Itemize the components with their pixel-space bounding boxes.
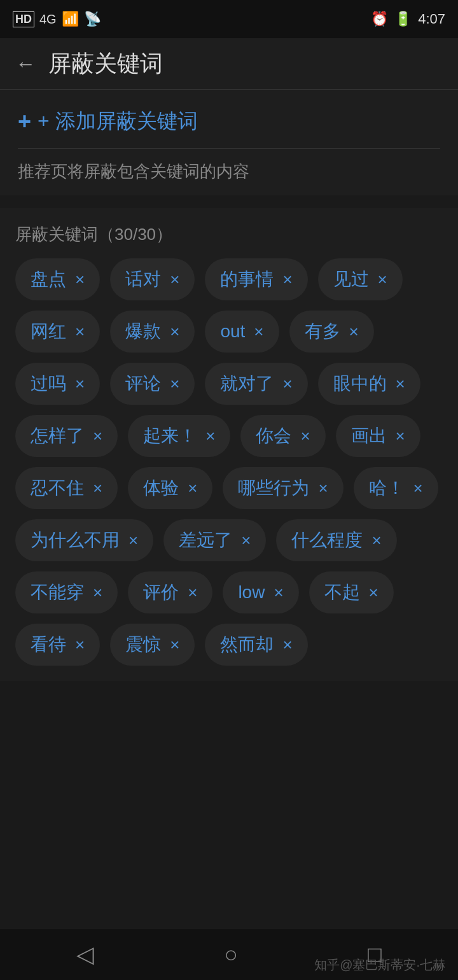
keyword-text: 哪些行为 (238, 476, 309, 500)
keywords-header: 屏蔽关键词（30/30） (15, 223, 443, 246)
keyword-close-icon[interactable]: × (371, 532, 381, 549)
keyword-close-icon[interactable]: × (75, 375, 85, 392)
keyword-close-icon[interactable]: × (170, 375, 179, 392)
watermark: 知乎@塞巴斯蒂安·七赫 (314, 956, 445, 974)
keyword-close-icon[interactable]: × (170, 271, 179, 288)
keyword-close-icon[interactable]: × (188, 584, 197, 601)
keyword-tag[interactable]: 差远了 × (163, 519, 266, 561)
keyword-tag[interactable]: 什么程度 × (276, 519, 396, 561)
keyword-tag[interactable]: 盘点 × (15, 258, 100, 300)
wifi-icon: 📡 (84, 11, 101, 27)
keyword-close-icon[interactable]: × (75, 323, 85, 340)
keyword-tag[interactable]: 的事情 × (205, 258, 307, 300)
keyword-text: 评价 (143, 580, 179, 605)
keyword-close-icon[interactable]: × (369, 584, 378, 601)
back-button[interactable]: ← (15, 52, 36, 76)
keywords-section: 屏蔽关键词（30/30） 盘点 × 话对 × 的事情 × 见过 × 网红 × 爆… (0, 208, 458, 681)
keyword-tag[interactable]: 起来！ × (128, 415, 230, 457)
keyword-text: 不起 (324, 580, 360, 605)
keyword-tag[interactable]: 爆款 × (110, 311, 195, 353)
keyword-text: 你会 (256, 424, 291, 448)
header: ← 屏蔽关键词 (0, 38, 458, 89)
keyword-text: 哈！ (369, 476, 405, 500)
keyword-text: 话对 (125, 267, 161, 291)
keyword-tag[interactable]: 有多 × (289, 311, 374, 353)
keyword-close-icon[interactable]: × (93, 428, 102, 444)
keyword-text: 网红 (31, 319, 66, 344)
keyword-tag[interactable]: 震惊 × (110, 624, 195, 666)
keyword-tag[interactable]: 为什么不用 × (15, 519, 153, 561)
keyword-tag[interactable]: 评论 × (110, 363, 195, 405)
keyword-text: 评论 (125, 372, 161, 396)
keyword-tag[interactable]: 忍不住 × (15, 467, 118, 509)
page-title: 屏蔽关键词 (48, 48, 163, 80)
keyword-text: out (220, 321, 245, 342)
keyword-close-icon[interactable]: × (318, 480, 328, 496)
keyword-tag[interactable]: 哪些行为 × (223, 467, 343, 509)
keyword-close-icon[interactable]: × (349, 323, 359, 340)
keyword-tag[interactable]: 不能穿 × (15, 571, 118, 613)
keyword-close-icon[interactable]: × (75, 271, 85, 288)
add-keyword-label: + 添加屏蔽关键词 (38, 108, 198, 136)
add-keyword-section: + + 添加屏蔽关键词 推荐页将屏蔽包含关键词的内容 (0, 90, 458, 195)
keyword-tag[interactable]: 过吗 × (15, 363, 100, 405)
keyword-text: 忍不住 (31, 476, 84, 500)
keyword-tag[interactable]: 不起 × (309, 571, 394, 613)
keyword-close-icon[interactable]: × (241, 532, 251, 549)
nav-back-button[interactable]: ◁ (76, 941, 94, 968)
status-left-icons: HD 4G 📶 📡 (13, 11, 101, 27)
keyword-tag[interactable]: 网红 × (15, 311, 100, 353)
nav-home-button[interactable]: ○ (224, 941, 238, 968)
keyword-close-icon[interactable]: × (274, 584, 283, 601)
keyword-text: 体验 (143, 476, 179, 500)
keyword-tag[interactable]: 体验 × (128, 467, 212, 509)
keyword-close-icon[interactable]: × (93, 480, 102, 496)
time-display: 4:07 (418, 11, 445, 27)
keyword-tag[interactable]: 你会 × (240, 415, 325, 457)
keyword-close-icon[interactable]: × (170, 323, 179, 340)
keyword-close-icon[interactable]: × (205, 428, 215, 444)
keyword-tag[interactable]: 然而却 × (205, 624, 307, 666)
add-description: 推荐页将屏蔽包含关键词的内容 (18, 149, 440, 183)
keyword-close-icon[interactable]: × (282, 271, 292, 288)
keyword-tag[interactable]: 哈！ × (354, 467, 438, 509)
keyword-close-icon[interactable]: × (188, 480, 197, 496)
keyword-tag[interactable]: low × (223, 571, 298, 613)
keyword-text: 盘点 (31, 267, 66, 291)
keyword-tag[interactable]: 画出 × (336, 415, 420, 457)
add-keyword-button[interactable]: + + 添加屏蔽关键词 (18, 108, 440, 149)
keyword-tag[interactable]: 就对了 × (205, 363, 307, 405)
plus-icon: + (18, 108, 31, 135)
keyword-text: 有多 (305, 319, 340, 344)
keyword-close-icon[interactable]: × (75, 636, 85, 653)
keyword-text: 画出 (351, 424, 387, 448)
keyword-text: 见过 (333, 267, 369, 291)
keyword-text: 怎样了 (31, 424, 84, 448)
keyword-text: 起来！ (143, 424, 197, 448)
keyword-close-icon[interactable]: × (128, 532, 138, 549)
keyword-text: 然而却 (220, 633, 274, 657)
keyword-tag[interactable]: 评价 × (128, 571, 212, 613)
keyword-close-icon[interactable]: × (254, 323, 263, 340)
keyword-close-icon[interactable]: × (396, 428, 405, 444)
signal-icon: 📶 (62, 11, 79, 27)
keyword-tag[interactable]: 眼中的 × (318, 363, 420, 405)
4g-icon: 4G (39, 12, 57, 27)
keyword-close-icon[interactable]: × (170, 636, 179, 653)
keyword-text: 眼中的 (333, 372, 387, 396)
keyword-close-icon[interactable]: × (396, 375, 405, 392)
keyword-text: 差远了 (179, 528, 232, 552)
keyword-close-icon[interactable]: × (282, 375, 292, 392)
keyword-close-icon[interactable]: × (93, 584, 102, 601)
keyword-close-icon[interactable]: × (378, 271, 387, 288)
keyword-close-icon[interactable]: × (282, 636, 292, 653)
keyword-tag[interactable]: 见过 × (318, 258, 403, 300)
keyword-tag[interactable]: 看待 × (15, 624, 100, 666)
keyword-tag[interactable]: out × (205, 311, 279, 353)
keyword-tag[interactable]: 话对 × (110, 258, 195, 300)
keyword-close-icon[interactable]: × (413, 480, 423, 496)
keyword-close-icon[interactable]: × (300, 428, 310, 444)
keyword-text: 为什么不用 (31, 528, 120, 552)
keywords-container: 盘点 × 话对 × 的事情 × 见过 × 网红 × 爆款 × out × 有多 … (15, 258, 443, 666)
keyword-tag[interactable]: 怎样了 × (15, 415, 118, 457)
